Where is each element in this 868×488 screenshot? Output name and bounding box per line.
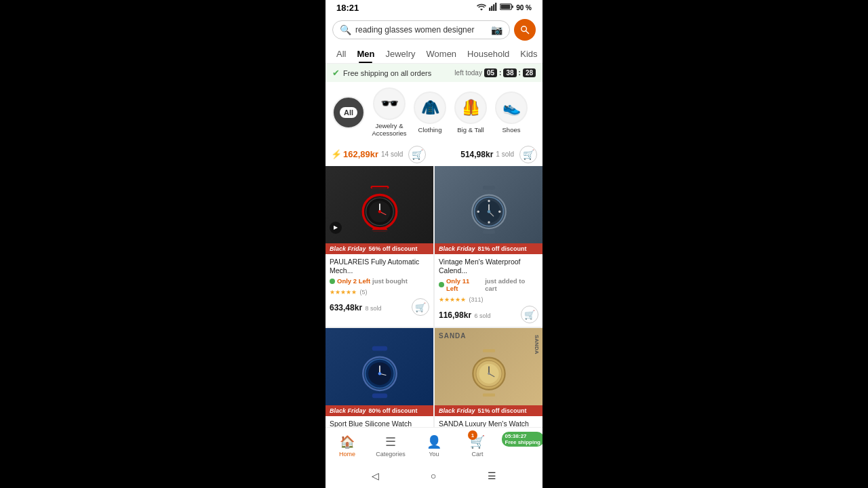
- urgency-1: Only 2 Left just bought: [330, 277, 429, 285]
- product-info-3: Sport Blue Silicone Watch Only 5 Left ★★…: [326, 416, 433, 427]
- flash-icon: ⚡: [331, 149, 342, 159]
- battery-icon: [500, 3, 513, 12]
- cart-btn-1[interactable]: 🛒: [412, 298, 429, 316]
- svg-point-24: [488, 221, 490, 223]
- you-icon: 👤: [427, 434, 441, 449]
- cat-clothing-label: Clothing: [418, 126, 442, 134]
- category-tabs: All Men Jewelry Women Household Kids Ba.…: [326, 45, 542, 64]
- stars-row-2: ★★★★★ (311): [439, 292, 538, 304]
- cat-clothing-circle: 🧥: [414, 92, 446, 124]
- discount-badge-3: Black Friday 80% off discount: [326, 405, 433, 416]
- search-icon: 🔍: [340, 24, 351, 35]
- svg-rect-2: [493, 4, 494, 11]
- nav-home[interactable]: 🏠 Home: [326, 428, 369, 464]
- urgency-dot-1: [330, 279, 335, 284]
- timer: left today 05 : 38 : 28: [454, 68, 536, 77]
- cart-btn-2[interactable]: 🛒: [521, 306, 538, 323]
- product-img-1: ▶ Black Friday 56% off discount: [326, 166, 433, 254]
- android-home[interactable]: ○: [431, 470, 436, 481]
- svg-point-26: [498, 210, 500, 212]
- featured-price-row: ⚡ 162,89kr 14 sold 🛒 514,98kr 1 sold 🛒: [326, 143, 542, 166]
- nav-cart-label: Cart: [471, 451, 483, 458]
- cat-shoes[interactable]: 👟 Shoes: [492, 92, 530, 134]
- tab-kids[interactable]: Kids: [515, 45, 542, 63]
- home-icon: 🏠: [340, 434, 355, 449]
- svg-point-29: [487, 210, 490, 214]
- review-count-1: (5): [359, 289, 367, 296]
- tab-men[interactable]: Men: [351, 45, 380, 63]
- product-name-2: Vintage Men's Waterproof Calend...: [439, 258, 538, 276]
- battery-percent: 90 %: [516, 4, 532, 12]
- svg-point-23: [488, 200, 490, 202]
- camera-icon[interactable]: 📷: [491, 24, 502, 35]
- stars-1: ★★★★★: [330, 289, 357, 296]
- cat-all-circle: All: [332, 96, 365, 129]
- search-button[interactable]: [514, 19, 536, 41]
- svg-point-45: [488, 373, 490, 375]
- free-shipping-timer: 05:38:27Free shipping: [502, 432, 542, 447]
- cat-all[interactable]: All: [330, 96, 368, 129]
- featured-sold-1: 14 sold: [381, 150, 403, 158]
- nav-free-shipping[interactable]: 05:38:27Free shipping: [499, 428, 542, 464]
- android-recents[interactable]: ☰: [488, 470, 496, 481]
- featured-cart-btn-1[interactable]: 🛒: [408, 146, 426, 163]
- cat-shoes-label: Shoes: [502, 126, 521, 134]
- svg-rect-1: [491, 6, 492, 11]
- play-button-1[interactable]: ▶: [330, 222, 342, 234]
- discount-badge-4: Black Friday 51% off discount: [435, 405, 542, 416]
- product-card-4[interactable]: SANDA SANDA Black Friday 51% off discoun…: [435, 328, 542, 427]
- featured-price-1: ⚡ 162,89kr: [331, 149, 378, 159]
- tab-jewelry[interactable]: Jewelry: [380, 45, 420, 63]
- nav-you[interactable]: 👤 You: [412, 428, 456, 464]
- nav-home-label: Home: [339, 451, 355, 458]
- nav-categories[interactable]: ☰ Categories: [369, 428, 412, 464]
- price-row-1: 633,48kr 8 sold 🛒: [330, 298, 429, 316]
- cat-shoes-circle: 👟: [495, 92, 528, 124]
- cat-big-tall-label: Big & Tall: [457, 126, 484, 134]
- product-info-4: SANDA Luxury Men's Watch Only 3 Left ★★★…: [435, 416, 542, 427]
- urgency-dot-2: [439, 282, 444, 287]
- product-sold-2: 6 sold: [475, 312, 491, 319]
- product-name-1: PAULAREIS Fully Automatic Mech...: [330, 258, 429, 276]
- nav-cart[interactable]: 🛒 1 Cart: [456, 428, 499, 464]
- svg-line-8: [526, 30, 528, 33]
- tab-all[interactable]: All: [331, 45, 351, 63]
- svg-rect-0: [489, 7, 490, 11]
- svg-rect-3: [495, 3, 496, 11]
- stars-row-1: ★★★★★ (5): [330, 285, 429, 297]
- tab-household[interactable]: Household: [462, 45, 515, 63]
- svg-point-16: [378, 210, 381, 214]
- product-name-3: Sport Blue Silicone Watch: [330, 420, 429, 427]
- cat-big-tall-circle: 🦺: [454, 92, 487, 124]
- shipping-left: ✔ Free shipping on all orders: [332, 68, 431, 78]
- featured-cart-btn-2[interactable]: 🛒: [519, 146, 537, 163]
- svg-point-25: [477, 210, 479, 212]
- timer-t1: 05: [484, 68, 497, 77]
- shipping-banner: ✔ Free shipping on all orders left today…: [326, 64, 542, 82]
- svg-rect-38: [372, 394, 387, 399]
- review-count-2: (311): [469, 296, 483, 303]
- cat-jewelry-label: Jewelry &Accessories: [372, 122, 406, 138]
- product-card-3[interactable]: Black Friday 80% off discount Sport Blue…: [326, 328, 433, 427]
- urgency-2: Only 11 Left just added to cart: [439, 277, 538, 292]
- product-card-1[interactable]: ▶ Black Friday 56% off discount PAULAREI…: [326, 166, 433, 327]
- svg-point-37: [378, 372, 381, 375]
- tab-women[interactable]: Women: [421, 45, 462, 63]
- nav-you-label: You: [429, 451, 439, 458]
- nav-categories-label: Categories: [376, 451, 406, 458]
- svg-rect-19: [483, 186, 495, 190]
- signal-icon: [489, 3, 497, 12]
- status-icons: 90 %: [477, 3, 532, 12]
- category-icons-row: All 🕶️ Jewelry &Accessories 🧥 Clothing 🦺…: [326, 82, 542, 143]
- timer-t2: 38: [503, 68, 516, 77]
- product-img-2: Black Friday 81% off discount: [435, 166, 542, 254]
- cat-big-tall[interactable]: 🦺 Big & Tall: [452, 92, 490, 134]
- search-bar: 🔍 reading glasses women designer 📷: [326, 15, 542, 45]
- cat-jewelry[interactable]: 🕶️ Jewelry &Accessories: [370, 87, 408, 138]
- featured-price-2: 514,98kr: [460, 150, 493, 159]
- search-input-wrapper[interactable]: 🔍 reading glasses women designer 📷: [332, 20, 510, 39]
- android-back[interactable]: ◁: [372, 470, 379, 481]
- product-img-4: SANDA SANDA Black Friday 51% off discoun…: [435, 328, 542, 416]
- product-card-2[interactable]: Black Friday 81% off discount Vintage Me…: [435, 166, 542, 327]
- cat-clothing[interactable]: 🧥 Clothing: [411, 92, 449, 134]
